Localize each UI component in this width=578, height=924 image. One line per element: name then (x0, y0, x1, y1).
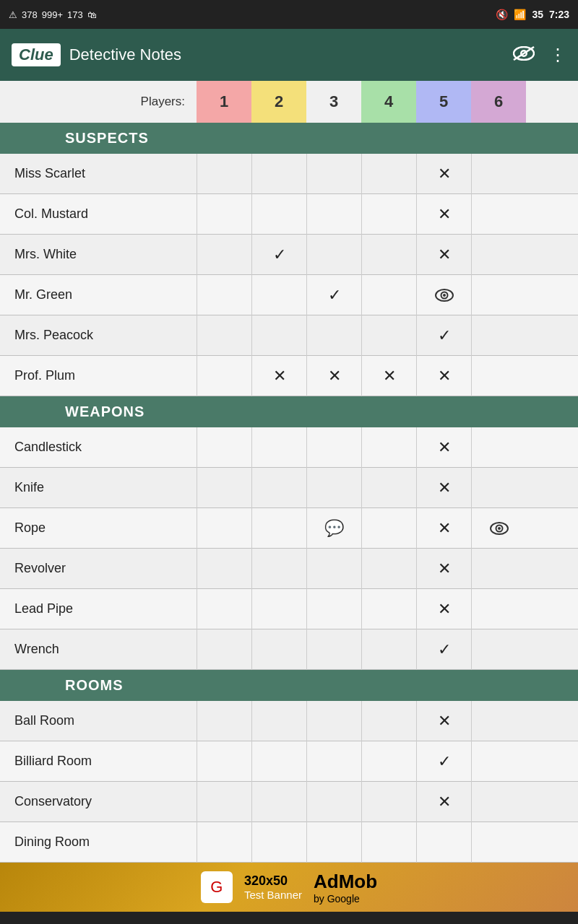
cell-player-2[interactable] (251, 154, 306, 194)
cell-player-3[interactable]: 💬 (306, 508, 361, 549)
cell-player-2[interactable] (251, 427, 306, 468)
cell-player-5[interactable]: ✕ (416, 194, 471, 235)
cell-player-1[interactable] (197, 508, 251, 549)
cell-player-3[interactable] (306, 782, 361, 822)
cell-player-2[interactable] (251, 468, 306, 508)
cell-player-5[interactable]: ✕ (416, 356, 471, 396)
player-4-button[interactable]: 4 (361, 81, 416, 123)
cell-player-6[interactable] (471, 356, 526, 396)
cell-player-1[interactable] (197, 468, 251, 508)
cell-player-2[interactable]: ✕ (251, 356, 306, 396)
cell-player-2[interactable] (251, 741, 306, 782)
cell-player-1[interactable] (197, 701, 251, 741)
cell-player-6[interactable] (471, 822, 526, 863)
cell-player-3[interactable] (306, 468, 361, 508)
player-5-button[interactable]: 5 (416, 81, 471, 123)
cell-player-4[interactable] (361, 629, 416, 670)
cell-player-5[interactable]: ✕ (416, 508, 471, 549)
cell-player-1[interactable] (197, 275, 251, 315)
cell-player-5[interactable]: ✕ (416, 782, 471, 822)
cell-player-6[interactable] (471, 194, 526, 235)
cell-player-4[interactable]: ✕ (361, 356, 416, 396)
cell-player-3[interactable] (306, 315, 361, 356)
cell-player-4[interactable] (361, 468, 416, 508)
cell-player-2[interactable] (251, 589, 306, 629)
cell-player-3[interactable] (306, 235, 361, 275)
cell-player-5[interactable]: ✕ (416, 549, 471, 589)
cell-player-3[interactable] (306, 629, 361, 670)
cell-player-5[interactable]: ✕ (416, 701, 471, 741)
cell-player-1[interactable] (197, 427, 251, 468)
cell-player-6[interactable] (471, 154, 526, 194)
cell-player-1[interactable] (197, 315, 251, 356)
cell-player-5[interactable] (416, 822, 471, 863)
cell-player-4[interactable] (361, 782, 416, 822)
cell-player-3[interactable] (306, 154, 361, 194)
cell-player-6[interactable] (471, 235, 526, 275)
cell-player-2[interactable] (251, 275, 306, 315)
cell-player-5[interactable]: ✕ (416, 235, 471, 275)
cell-player-2[interactable] (251, 508, 306, 549)
cell-player-6[interactable] (471, 741, 526, 782)
cell-player-2[interactable] (251, 629, 306, 670)
cell-player-4[interactable] (361, 508, 416, 549)
cell-player-5[interactable]: ✕ (416, 589, 471, 629)
cell-player-2[interactable] (251, 701, 306, 741)
cell-player-1[interactable] (197, 589, 251, 629)
cell-player-4[interactable] (361, 235, 416, 275)
cell-player-4[interactable] (361, 427, 416, 468)
cell-player-3[interactable]: ✕ (306, 356, 361, 396)
cell-player-1[interactable] (197, 822, 251, 863)
cell-player-1[interactable] (197, 741, 251, 782)
cell-player-1[interactable] (197, 194, 251, 235)
cell-player-3[interactable] (306, 194, 361, 235)
cell-player-3[interactable] (306, 427, 361, 468)
cell-player-3[interactable]: ✓ (306, 275, 361, 315)
cell-player-4[interactable] (361, 275, 416, 315)
cell-player-2[interactable] (251, 822, 306, 863)
cell-player-4[interactable] (361, 194, 416, 235)
cell-player-2[interactable] (251, 782, 306, 822)
cell-player-3[interactable] (306, 549, 361, 589)
player-1-button[interactable]: 1 (197, 81, 251, 123)
cell-player-6[interactable] (471, 468, 526, 508)
cell-player-6[interactable] (471, 701, 526, 741)
cell-player-3[interactable] (306, 822, 361, 863)
cell-player-3[interactable] (306, 741, 361, 782)
cell-player-4[interactable] (361, 822, 416, 863)
cell-player-6[interactable] (471, 629, 526, 670)
cell-player-5[interactable]: ✓ (416, 315, 471, 356)
cell-player-2[interactable] (251, 549, 306, 589)
cell-player-2[interactable]: ✓ (251, 235, 306, 275)
cell-player-5[interactable]: ✕ (416, 468, 471, 508)
cell-player-4[interactable] (361, 154, 416, 194)
cell-player-4[interactable] (361, 315, 416, 356)
cell-player-6[interactable] (471, 549, 526, 589)
cell-player-4[interactable] (361, 701, 416, 741)
player-3-button[interactable]: 3 (306, 81, 361, 123)
cell-player-5[interactable]: ✕ (416, 154, 471, 194)
menu-icon[interactable]: ⋮ (549, 45, 566, 65)
player-2-button[interactable]: 2 (251, 81, 306, 123)
cell-player-6[interactable] (471, 275, 526, 315)
cell-player-3[interactable] (306, 589, 361, 629)
cell-player-5[interactable]: ✓ (416, 741, 471, 782)
cell-player-5[interactable]: ✕ (416, 427, 471, 468)
cell-player-5[interactable] (416, 275, 471, 315)
cell-player-4[interactable] (361, 589, 416, 629)
cell-player-1[interactable] (197, 782, 251, 822)
cell-player-3[interactable] (306, 701, 361, 741)
cell-player-6[interactable] (471, 427, 526, 468)
cell-player-1[interactable] (197, 154, 251, 194)
cell-player-5[interactable]: ✓ (416, 629, 471, 670)
cell-player-6[interactable] (471, 315, 526, 356)
eye-icon[interactable] (513, 45, 535, 65)
cell-player-4[interactable] (361, 549, 416, 589)
cell-player-4[interactable] (361, 741, 416, 782)
cell-player-1[interactable] (197, 549, 251, 589)
cell-player-2[interactable] (251, 315, 306, 356)
cell-player-2[interactable] (251, 194, 306, 235)
cell-player-6[interactable] (471, 508, 526, 549)
cell-player-1[interactable] (197, 356, 251, 396)
player-6-button[interactable]: 6 (471, 81, 526, 123)
